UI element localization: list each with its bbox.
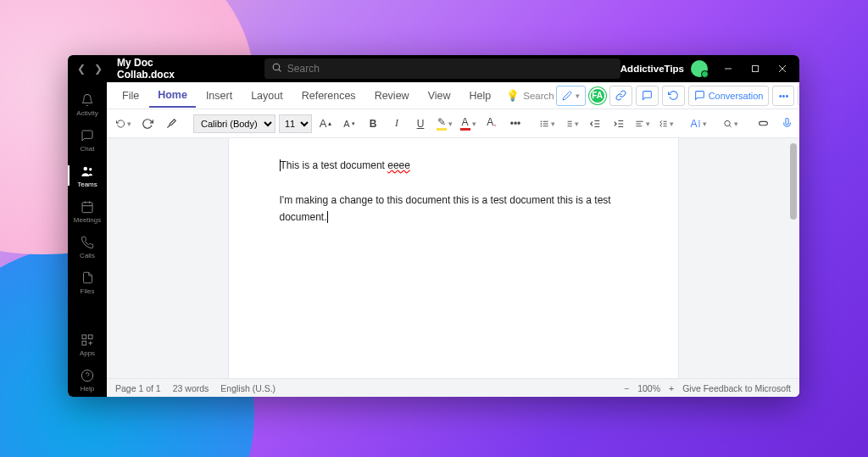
toggle-icon bbox=[758, 118, 769, 129]
indent-icon bbox=[613, 118, 625, 130]
sidebar-item-chat[interactable]: Chat bbox=[68, 123, 107, 157]
align-left-icon bbox=[635, 118, 644, 130]
presence-avatar[interactable]: FA bbox=[589, 87, 606, 104]
catch-up-button[interactable] bbox=[662, 86, 685, 106]
status-page[interactable]: Page 1 of 1 bbox=[115, 383, 161, 393]
bullets-button[interactable]: ▾ bbox=[537, 114, 558, 134]
styles-button[interactable]: A⁞▾ bbox=[688, 114, 709, 134]
tab-view[interactable]: View bbox=[420, 85, 459, 107]
bold-button[interactable]: B bbox=[363, 114, 383, 134]
dictate-toggle-button[interactable] bbox=[753, 114, 773, 134]
zoom-in-button[interactable]: + bbox=[669, 383, 674, 393]
highlight-button[interactable]: ✎▾ bbox=[434, 114, 454, 134]
share-button[interactable] bbox=[609, 86, 632, 106]
tab-file[interactable]: File bbox=[114, 85, 147, 107]
undo-icon bbox=[116, 118, 125, 130]
word-embed: File Home Insert Layout References Revie… bbox=[107, 82, 799, 397]
feedback-link[interactable]: Give Feedback to Microsoft bbox=[682, 383, 791, 393]
calendar-icon bbox=[80, 199, 95, 215]
paintbrush-icon bbox=[165, 118, 177, 130]
tab-references[interactable]: References bbox=[293, 85, 364, 107]
sidebar-item-teams[interactable]: Teams bbox=[68, 159, 107, 192]
doc-line-1a: This is a test document bbox=[281, 159, 388, 171]
teams-icon bbox=[80, 164, 95, 179]
tab-help[interactable]: Help bbox=[461, 85, 500, 107]
svg-point-17 bbox=[81, 370, 92, 381]
minimize-button[interactable] bbox=[715, 55, 742, 82]
spelling-error[interactable]: eeee bbox=[387, 159, 410, 171]
zoom-out-button[interactable]: − bbox=[624, 383, 629, 393]
tab-review[interactable]: Review bbox=[366, 85, 418, 107]
titlebar: ❮ ❯ My Doc Collab.docx AddictiveTips bbox=[68, 55, 799, 82]
vertical-scrollbar[interactable] bbox=[790, 143, 797, 373]
svg-point-7 bbox=[89, 168, 92, 170]
dictate-button[interactable] bbox=[776, 114, 797, 134]
conversation-button[interactable]: Conversation bbox=[688, 86, 770, 106]
editing-mode-dropdown[interactable]: ▾ bbox=[556, 86, 586, 106]
chat-icon bbox=[80, 128, 95, 143]
clear-formatting-button[interactable]: A◦ bbox=[481, 114, 502, 134]
teams-window: ❮ ❯ My Doc Collab.docx AddictiveTips bbox=[68, 55, 799, 397]
increase-indent-button[interactable] bbox=[609, 114, 629, 134]
mic-icon bbox=[782, 118, 793, 129]
rewind-icon bbox=[668, 90, 679, 101]
global-search[interactable] bbox=[264, 59, 620, 79]
nav-forward-button[interactable]: ❯ bbox=[92, 62, 105, 75]
font-size-select[interactable]: 11 bbox=[279, 114, 312, 133]
redo-icon bbox=[142, 118, 153, 130]
line-spacing-button[interactable]: ▾ bbox=[656, 114, 676, 134]
home-toolbar: ▾ Calibri (Body) 11 A▴ A▾ B I U ✎▾ A▾ A◦… bbox=[107, 109, 799, 138]
svg-point-40 bbox=[725, 120, 730, 125]
status-words[interactable]: 23 words bbox=[173, 383, 209, 393]
document-canvas[interactable]: This is a test document eeee I'm making … bbox=[107, 138, 799, 378]
chat-icon bbox=[694, 90, 705, 101]
styles-icon: A⁞ bbox=[691, 118, 701, 130]
clear-format-icon: A◦ bbox=[487, 116, 497, 130]
more-font-button[interactable]: ••• bbox=[505, 114, 526, 134]
sidebar-item-apps[interactable]: Apps bbox=[68, 327, 107, 361]
number-list-icon bbox=[564, 118, 573, 130]
undo-button[interactable]: ▾ bbox=[114, 114, 134, 134]
shrink-font-button[interactable]: A▾ bbox=[339, 114, 359, 134]
format-painter-button[interactable] bbox=[161, 114, 181, 134]
sidebar-item-activity[interactable]: Activity bbox=[68, 87, 107, 121]
tab-insert[interactable]: Insert bbox=[198, 85, 241, 107]
comment-icon bbox=[642, 90, 653, 101]
numbering-button[interactable]: ▾ bbox=[561, 114, 581, 134]
decrease-indent-button[interactable] bbox=[585, 114, 605, 134]
tell-me-search[interactable]: 💡 Search bbox=[506, 89, 554, 102]
nav-back-button[interactable]: ❮ bbox=[75, 62, 88, 75]
doc-title: My Doc Collab.docx bbox=[112, 57, 188, 81]
tab-home[interactable]: Home bbox=[149, 84, 196, 108]
apps-icon bbox=[80, 332, 95, 348]
profile-avatar[interactable] bbox=[691, 60, 708, 77]
find-button[interactable]: ▾ bbox=[721, 114, 741, 134]
comments-button[interactable] bbox=[636, 86, 659, 106]
tab-layout[interactable]: Layout bbox=[242, 85, 292, 107]
close-doc-button[interactable]: Close bbox=[798, 86, 799, 106]
svg-line-41 bbox=[730, 125, 732, 127]
search-icon bbox=[271, 62, 282, 75]
maximize-button[interactable] bbox=[742, 55, 769, 82]
align-button[interactable]: ▾ bbox=[632, 114, 653, 134]
sidebar-item-files[interactable]: Files bbox=[68, 265, 107, 299]
pencil-icon bbox=[562, 91, 572, 101]
search-input[interactable] bbox=[287, 63, 614, 75]
grow-font-button[interactable]: A▴ bbox=[315, 114, 336, 134]
font-family-select[interactable]: Calibri (Body) bbox=[193, 114, 275, 133]
status-lang[interactable]: English (U.S.) bbox=[220, 383, 275, 393]
zoom-level[interactable]: 100% bbox=[637, 383, 660, 393]
underline-button[interactable]: U bbox=[410, 114, 431, 134]
font-color-button[interactable]: A▾ bbox=[458, 114, 478, 134]
sidebar-item-calls[interactable]: Calls bbox=[68, 230, 107, 264]
scroll-thumb[interactable] bbox=[790, 143, 797, 220]
page[interactable]: This is a test document eeee I'm making … bbox=[229, 138, 678, 378]
svg-rect-8 bbox=[82, 202, 92, 212]
italic-button[interactable]: I bbox=[387, 114, 407, 134]
redo-button[interactable] bbox=[137, 114, 158, 134]
more-options-button[interactable]: ••• bbox=[772, 86, 794, 106]
sidebar-item-help[interactable]: Help bbox=[68, 363, 107, 397]
close-button[interactable] bbox=[769, 55, 796, 82]
sidebar-item-meetings[interactable]: Meetings bbox=[68, 194, 107, 228]
doc-line-2: I'm making a change to this document thi… bbox=[280, 194, 611, 223]
